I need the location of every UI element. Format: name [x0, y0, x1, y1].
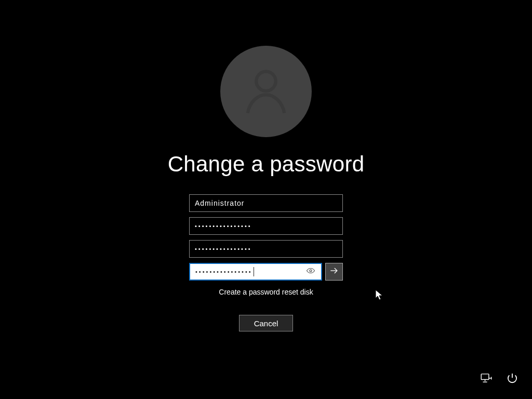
- reset-disk-link[interactable]: Create a password reset disk: [219, 288, 313, 296]
- svg-rect-2: [481, 374, 489, 380]
- cancel-button[interactable]: Cancel: [239, 315, 294, 331]
- network-icon: [480, 371, 493, 387]
- power-icon: [506, 371, 519, 387]
- reveal-password-button[interactable]: [303, 264, 318, 280]
- user-avatar: [220, 46, 312, 137]
- user-icon: [239, 63, 293, 119]
- svg-point-1: [310, 270, 312, 272]
- change-password-panel: Change a password •••••••••••••••• •••••…: [0, 46, 532, 331]
- submit-button[interactable]: [325, 263, 343, 281]
- eye-icon: [306, 266, 315, 277]
- arrow-right-icon: [329, 265, 339, 278]
- corner-controls: [479, 372, 520, 387]
- password-form: •••••••••••••••• •••••••••••••••• ••••••…: [189, 194, 343, 281]
- cancel-button-label: Cancel: [254, 319, 278, 328]
- power-button[interactable]: [505, 372, 520, 387]
- confirm-password-field[interactable]: ••••••••••••••••: [189, 263, 322, 281]
- confirm-password-row: ••••••••••••••••: [189, 263, 343, 281]
- old-password-mask: ••••••••••••••••: [195, 223, 252, 229]
- text-caret: [254, 267, 254, 276]
- new-password-mask: ••••••••••••••••: [195, 246, 252, 252]
- confirm-password-mask: ••••••••••••••••: [195, 269, 252, 275]
- new-password-field[interactable]: ••••••••••••••••: [189, 240, 343, 258]
- username-field[interactable]: [189, 194, 343, 212]
- old-password-field[interactable]: ••••••••••••••••: [189, 217, 343, 235]
- username-input[interactable]: [195, 199, 337, 207]
- page-title: Change a password: [168, 152, 365, 177]
- network-button[interactable]: [479, 372, 494, 387]
- svg-point-0: [256, 72, 275, 91]
